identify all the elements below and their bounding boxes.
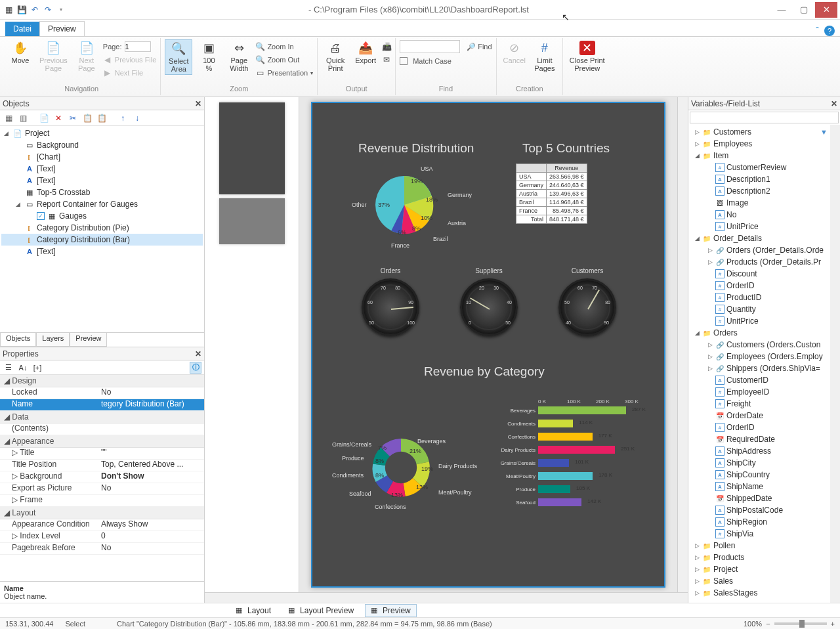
prop-categorized-icon[interactable]: ☰ xyxy=(3,362,14,374)
minimize-button[interactable]: — xyxy=(770,2,793,18)
prop-cat-design[interactable]: ◢ Design xyxy=(0,375,204,387)
var-node[interactable]: Orders (Order_Details.Orde xyxy=(726,246,824,255)
var-node[interactable]: ShipName xyxy=(726,482,763,491)
new-icon[interactable]: 📄 xyxy=(38,112,50,124)
tab-layout-preview[interactable]: ▦Layout Preview xyxy=(282,604,360,617)
prop-info-icon[interactable]: ⓘ xyxy=(190,362,201,374)
var-node[interactable]: ShipAddress xyxy=(726,446,771,456)
prop-row[interactable]: Appearance ConditionAlways Show xyxy=(0,519,204,531)
previous-page-button[interactable]: 📄Previous Page xyxy=(37,39,70,74)
variables-search-input[interactable] xyxy=(690,112,839,123)
presentation-button[interactable]: ▭Presentation ▾ xyxy=(255,67,313,79)
zoom-slider[interactable] xyxy=(774,622,827,625)
var-node[interactable]: Description2 xyxy=(726,186,770,196)
up-icon[interactable]: ↑ xyxy=(117,112,129,124)
objects-close-icon[interactable]: ✕ xyxy=(195,99,201,108)
prop-row[interactable]: ▷ BackgroundDon't Show xyxy=(0,471,204,483)
var-node[interactable]: ShipRegion xyxy=(726,517,767,527)
tab-objects[interactable]: Objects xyxy=(0,333,36,347)
zoom-in-button[interactable]: 🔍Zoom In xyxy=(255,41,313,53)
variables-scrollbar[interactable] xyxy=(830,125,840,603)
tree-item[interactable]: ◢▭Report Container for Gauges xyxy=(1,198,203,210)
tree-item[interactable]: ▦Top-5 Crosstab xyxy=(1,186,203,198)
var-node[interactable]: ShipCountry xyxy=(726,470,770,479)
var-node[interactable]: Description1 xyxy=(726,175,770,184)
next-page-button[interactable]: 📄Next Page xyxy=(73,39,100,74)
var-node[interactable]: Employees (Orders.Employ xyxy=(726,352,823,361)
find-button[interactable]: 🔎 Find xyxy=(467,43,492,51)
prop-row[interactable]: Title PositionTop, Centered Above ... xyxy=(0,460,204,471)
prop-row[interactable]: Export as PictureNo xyxy=(0,483,204,495)
page-input[interactable] xyxy=(125,41,151,52)
var-node[interactable]: OrderDate xyxy=(726,411,763,420)
prop-row-selected[interactable]: Nametegory Distribution (Bar) xyxy=(0,399,204,411)
var-node[interactable]: Item xyxy=(713,151,728,160)
vertical-scrollbar[interactable] xyxy=(677,97,688,592)
tree-item[interactable]: ✓▦Gauges xyxy=(1,210,203,222)
prop-row[interactable]: ▷ Index Level0 xyxy=(0,531,204,543)
page-thumb[interactable] xyxy=(219,198,285,244)
prop-row[interactable]: LockedNo xyxy=(0,387,204,399)
tree-root[interactable]: ◢📄Project xyxy=(1,127,203,139)
var-node[interactable]: Orders xyxy=(713,328,738,337)
variables-close-icon[interactable]: ✕ xyxy=(831,99,837,108)
fax-icon[interactable]: 📠 xyxy=(382,42,391,51)
var-node[interactable]: Shippers (Orders.ShipVia= xyxy=(726,364,820,373)
limit-pages-button[interactable]: #Limit Pages xyxy=(531,39,558,74)
down-icon[interactable]: ↓ xyxy=(131,112,143,124)
delete-icon[interactable]: ✕ xyxy=(52,112,64,124)
mail-icon[interactable]: ✉ xyxy=(382,55,391,64)
var-node[interactable]: UnitPrice xyxy=(726,222,759,231)
var-node[interactable]: Discount xyxy=(726,269,757,278)
var-node[interactable]: ShipVia xyxy=(726,529,753,538)
zoom-in-icon[interactable]: + xyxy=(831,620,835,628)
tree-item[interactable]: A[Text] xyxy=(1,246,203,257)
match-case-checkbox[interactable]: Match Case xyxy=(400,55,492,67)
var-node[interactable]: Order_Details xyxy=(713,234,762,243)
cut-icon[interactable]: ✂ xyxy=(67,112,79,124)
move-button[interactable]: ✋Move xyxy=(7,39,34,66)
tab-preview[interactable]: Preview xyxy=(70,333,107,347)
var-node[interactable]: ShipPostalCode xyxy=(726,506,783,515)
close-button[interactable]: ✕ xyxy=(815,2,837,18)
export-button[interactable]: 📤Export xyxy=(352,39,379,66)
undo-icon[interactable]: ↶ xyxy=(29,4,41,16)
tab-layout[interactable]: ▦Layout xyxy=(230,604,277,617)
prop-row[interactable]: ▷ Frame xyxy=(0,495,204,507)
find-input[interactable] xyxy=(400,40,460,53)
previous-file-button[interactable]: Previous File xyxy=(115,56,157,64)
tree-item[interactable]: A[Text] xyxy=(1,175,203,186)
var-node[interactable]: EmployeeID xyxy=(726,387,769,397)
prop-cat-data[interactable]: ◢ Data xyxy=(0,411,204,423)
prop-row[interactable]: Pagebreak BeforeNo xyxy=(0,543,204,555)
var-node[interactable]: OrderID xyxy=(726,423,755,432)
var-node[interactable]: No xyxy=(726,210,736,219)
quick-print-button[interactable]: 🖨Quick Print xyxy=(322,39,349,74)
filter-icon[interactable]: ▼ xyxy=(820,128,830,136)
copy-icon[interactable]: 📋 xyxy=(81,112,93,124)
properties-close-icon[interactable]: ✕ xyxy=(195,349,201,358)
var-node[interactable]: OrderID xyxy=(726,281,755,290)
cancel-button[interactable]: ⊘Cancel xyxy=(501,39,528,66)
tb-icon[interactable]: ▥ xyxy=(17,112,29,124)
help-icon[interactable]: ? xyxy=(824,26,835,36)
var-node[interactable]: Customers xyxy=(713,127,751,137)
prop-cat-appearance[interactable]: ◢ Appearance xyxy=(0,435,204,448)
paste-icon[interactable]: 📋 xyxy=(96,112,108,124)
zoom-out-button[interactable]: 🔍Zoom Out xyxy=(255,54,313,66)
tb-icon[interactable]: ▦ xyxy=(3,112,14,124)
page-thumb[interactable] xyxy=(219,102,285,194)
tab-preview-view[interactable]: ▦Preview xyxy=(365,604,417,617)
select-area-button[interactable]: 🔍Select Area xyxy=(165,39,192,75)
prop-sort-icon[interactable]: A↓ xyxy=(17,362,29,374)
var-node[interactable]: Products (Order_Details.Pr xyxy=(726,257,821,267)
prop-cat-layout[interactable]: ◢ Layout xyxy=(0,507,204,519)
var-node[interactable]: Customers (Orders.Custon xyxy=(726,340,820,349)
ribbon-collapse-icon[interactable]: ˆ xyxy=(816,26,819,36)
zoom-out-icon[interactable]: − xyxy=(766,620,770,628)
page-width-button[interactable]: ⇔Page Width xyxy=(225,39,253,74)
prop-row[interactable]: (Contents) xyxy=(0,423,204,435)
tab-preview[interactable]: Preview xyxy=(39,21,85,36)
var-node[interactable]: CustomerID xyxy=(726,376,768,385)
var-node[interactable]: Sales xyxy=(713,576,733,586)
